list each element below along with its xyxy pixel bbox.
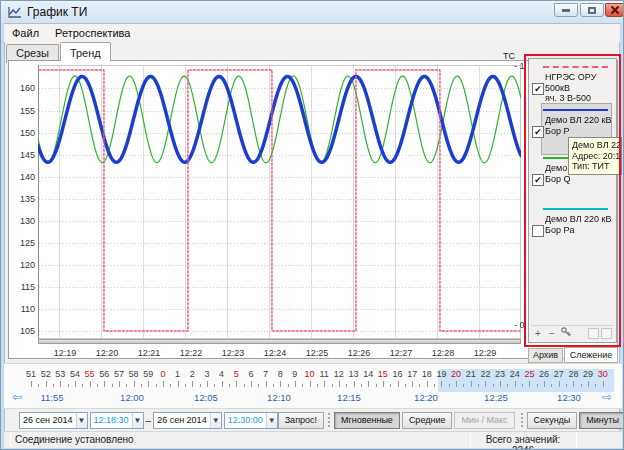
time-ruler[interactable]: ⇦ ⇨ 515253545556575859012345678910111213… — [4, 363, 622, 409]
right-axis-tick-1: - 1 — [514, 61, 525, 71]
ruler-tick — [178, 381, 179, 387]
legend-panel: НГРЭС ОРУ 500кВяч. 3 В-500✔Демо ВЛ 220 к… — [528, 58, 617, 343]
interval-button[interactable]: Секунды — [527, 412, 578, 429]
ruler-minute-number: 7 — [258, 369, 274, 379]
ruler-minor-tick — [581, 384, 582, 387]
ruler-minute-number: 23 — [492, 369, 508, 379]
minimize-button[interactable] — [554, 3, 578, 17]
ruler-tick — [90, 381, 91, 387]
ruler-time-label: 12:20 — [409, 392, 443, 403]
legend-item-checkbox[interactable]: ✔ — [532, 174, 544, 186]
ruler-tick — [295, 381, 296, 387]
key-button[interactable] — [559, 326, 573, 340]
interval-button[interactable]: Минуты — [579, 412, 624, 429]
ruler-minute-number: 1 — [170, 369, 186, 379]
legend-item-label: НГРЭС ОРУ 500кВяч. 3 В-500 — [545, 72, 614, 104]
tab-тренд[interactable]: Тренд — [60, 42, 111, 61]
legend-option-button-2[interactable] — [601, 328, 612, 339]
right-axis-title: ТС — [503, 51, 515, 61]
close-button[interactable] — [605, 3, 624, 17]
legend-label-line2: Бор P — [545, 126, 612, 137]
plot-canvas[interactable] — [38, 65, 521, 339]
ruler-minor-tick — [229, 384, 230, 387]
ruler-minute-number: 6 — [243, 369, 259, 379]
add-signal-button[interactable]: + — [531, 328, 545, 339]
tab-archive[interactable]: Архив — [528, 348, 563, 363]
legend-item-label: Демо ВЛ 220 кВБор P — [545, 115, 612, 136]
date-from-picker[interactable]: 26 сен 2014 ▼ — [19, 412, 88, 429]
date-to-picker[interactable]: 26 сен 2014 ▼ — [153, 412, 222, 429]
key-icon — [560, 326, 572, 338]
ruler-minor-tick — [244, 384, 245, 387]
query-button[interactable]: Запрос! — [278, 412, 324, 429]
tab-strip: СрезыТренд — [6, 42, 112, 61]
menu-item-1[interactable]: Ретроспектива — [47, 25, 138, 41]
ruler-minute-number: 29 — [580, 369, 596, 379]
legend-item-checkbox[interactable]: ✔ — [532, 83, 544, 95]
legend-item-checkbox[interactable]: ✔ — [532, 126, 544, 138]
ruler-minute-number: 27 — [551, 369, 567, 379]
scroll-right-arrow[interactable]: ⇨ — [602, 390, 612, 404]
ruler-minor-tick — [38, 384, 39, 387]
legend-series-line — [543, 109, 608, 111]
maximize-button[interactable] — [580, 3, 604, 17]
legend-item[interactable]: НГРЭС ОРУ 500кВяч. 3 В-500✔ — [531, 66, 614, 106]
ruler-minute-number: 12 — [331, 369, 347, 379]
ruler-minor-tick — [112, 384, 113, 387]
ruler-minute-number: 54 — [67, 369, 83, 379]
ruler-minor-tick — [566, 384, 567, 387]
close-icon — [611, 6, 619, 14]
scroll-left-arrow[interactable]: ⇦ — [12, 390, 22, 404]
ruler-tick — [75, 381, 76, 387]
ruler-tick — [266, 381, 267, 387]
chevron-down-icon[interactable]: ▼ — [266, 413, 277, 428]
ruler-tick — [60, 381, 61, 387]
ruler-minute-number: 55 — [82, 369, 98, 379]
chevron-down-icon[interactable]: ▼ — [132, 413, 143, 428]
ruler-time-label: 12:05 — [189, 392, 223, 403]
ruler-minor-tick — [595, 384, 596, 387]
time-to-picker[interactable]: 12:30:00 ▼ — [224, 412, 278, 429]
ruler-minor-tick — [273, 384, 274, 387]
y-tick-label: 150 — [9, 128, 35, 138]
tab-follow[interactable]: Слежение — [564, 347, 618, 363]
legend-item[interactable]: Демо ВЛ 220 кВБор Pа — [531, 208, 614, 248]
ruler-minor-tick — [419, 384, 420, 387]
ruler-minor-tick — [82, 384, 83, 387]
mode-button[interactable]: Средние — [402, 412, 453, 429]
ruler-tick — [46, 381, 47, 387]
chevron-down-icon[interactable]: ▼ — [76, 413, 87, 428]
date-to-value: 26 сен 2014 — [154, 415, 210, 425]
ruler-minute-number: 4 — [214, 369, 230, 379]
legend-label-line1: Демо ВЛ 220 кВ — [545, 115, 612, 126]
time-to-value: 12:30:00 — [225, 415, 266, 425]
chevron-down-icon[interactable]: ▼ — [210, 413, 221, 428]
ruler-minor-tick — [346, 384, 347, 387]
y-tick-label: 120 — [9, 260, 35, 270]
ruler-minute-number: 13 — [346, 369, 362, 379]
ruler-tick — [383, 381, 384, 387]
x-tick-label: 12:24 — [258, 348, 292, 358]
ruler-tick — [485, 381, 486, 387]
legend-item-checkbox[interactable] — [532, 225, 544, 237]
ruler-time-label: 12:30 — [552, 392, 586, 403]
x-tick-label: 12:29 — [468, 348, 502, 358]
mode-button[interactable]: Мгновенные — [334, 412, 400, 429]
title-bar[interactable]: График ТИ — [1, 1, 623, 23]
ruler-tick — [31, 381, 32, 387]
menu-item-0[interactable]: Файл — [4, 25, 47, 41]
legend-option-button-1[interactable] — [588, 328, 599, 339]
ruler-minor-tick — [390, 384, 391, 387]
ruler-minute-number: 18 — [419, 369, 435, 379]
time-from-picker[interactable]: 12:18:30 ▼ — [90, 412, 144, 429]
ruler-tick — [398, 381, 399, 387]
x-tick-label: 12:27 — [384, 348, 418, 358]
time-from-value: 12:18:30 — [91, 415, 132, 425]
ruler-minor-tick — [376, 384, 377, 387]
ruler-minor-tick — [185, 384, 186, 387]
tooltip-line-2: Адрес: 20:1:1 — [572, 151, 618, 162]
y-tick-label: 145 — [9, 150, 35, 160]
remove-signal-button[interactable]: − — [545, 328, 559, 339]
total-values: Всего значений: 2246 — [474, 434, 572, 450]
ruler-minute-number: 5 — [228, 369, 244, 379]
